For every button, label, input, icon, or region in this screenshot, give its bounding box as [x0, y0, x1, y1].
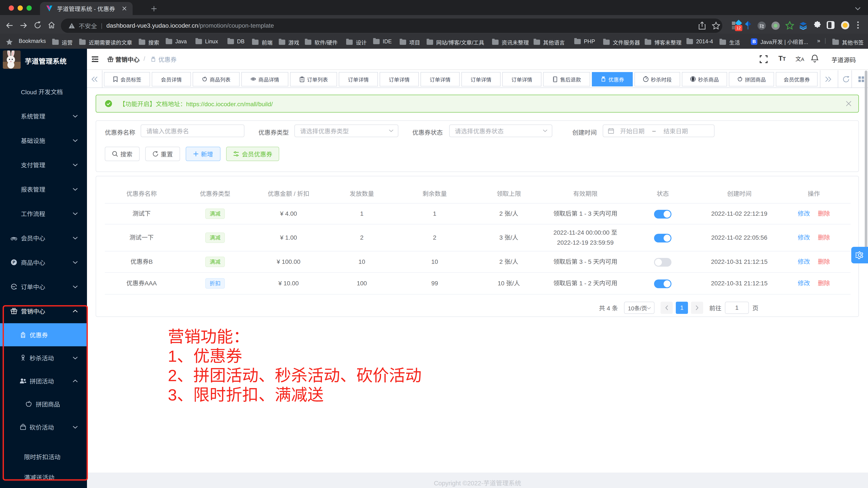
svg-text:P: P — [12, 260, 15, 264]
